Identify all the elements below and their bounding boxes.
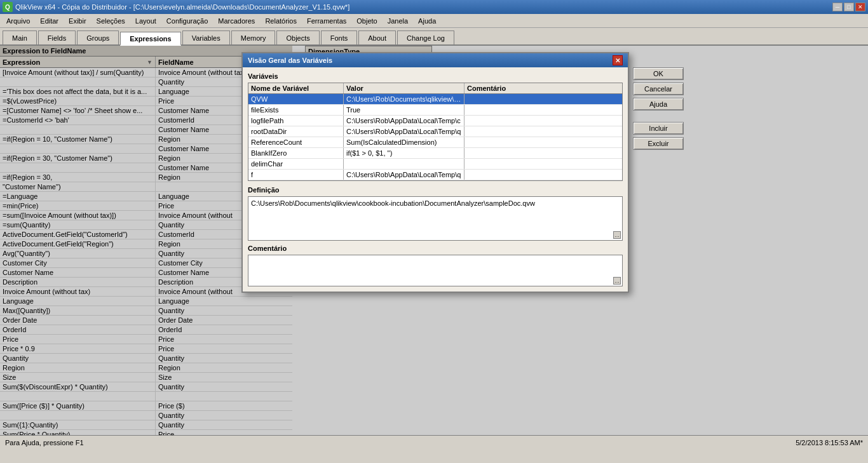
- status-left: Para Ajuda, pressione F1: [5, 439, 84, 446]
- ok-button[interactable]: OK: [633, 67, 684, 80]
- menu-layout[interactable]: Layout: [130, 16, 161, 26]
- restore-button[interactable]: □: [844, 3, 854, 11]
- menu-selecoes[interactable]: Seleções: [92, 16, 130, 26]
- tab-about[interactable]: About: [358, 30, 396, 44]
- menu-configuracao[interactable]: Configuração: [161, 16, 213, 26]
- var-row[interactable]: delimChar: [248, 159, 622, 170]
- exclude-button[interactable]: Excluir: [633, 137, 684, 150]
- var-comment-cell: [465, 170, 622, 180]
- var-name-cell: f: [248, 170, 344, 180]
- status-right: 5/2/2013 8:15:53 AM*: [796, 439, 863, 446]
- modal-action-buttons: OK Cancelar Ajuda Incluir Excluir: [633, 67, 684, 150]
- var-comment-cell: [465, 105, 622, 115]
- var-value-cell: Sum(IsCalculatedDimension): [344, 137, 465, 147]
- var-name-cell: ReferenceCount: [248, 137, 344, 147]
- var-row[interactable]: ReferenceCount Sum(IsCalculatedDimension…: [248, 137, 622, 148]
- comment-scroll-btn[interactable]: …: [613, 277, 621, 285]
- variables-table: Nome de Variável Valor Comentário QVW C:…: [248, 83, 623, 181]
- var-name-cell: fileExists: [248, 105, 344, 115]
- help-button[interactable]: Ajuda: [633, 98, 684, 111]
- modal-close-button[interactable]: ✕: [613, 55, 623, 65]
- comment-label: Comentário: [248, 245, 623, 252]
- menubar: Arquivo Editar Exibir Seleções Layout Co…: [0, 14, 868, 28]
- menu-arquivo[interactable]: Arquivo: [1, 16, 35, 26]
- var-value-cell: True: [344, 105, 465, 115]
- tab-main[interactable]: Main: [3, 30, 37, 44]
- var-row[interactable]: BlankIfZero if($1 > 0, $1, ''): [248, 148, 622, 159]
- var-value-cell: [344, 159, 465, 169]
- tab-groups[interactable]: Groups: [77, 30, 119, 44]
- cancel-button[interactable]: Cancelar: [633, 83, 684, 95]
- window-controls: ─ □ ✕: [832, 3, 865, 11]
- tabbar: Main Fields Groups Expressions Variables…: [0, 28, 868, 46]
- modal-body: OK Cancelar Ajuda Incluir Excluir Variáv…: [243, 67, 628, 292]
- var-row[interactable]: logfilePath C:\Users\Rob\AppData\Local\T…: [248, 116, 622, 126]
- tab-fields[interactable]: Fields: [38, 30, 76, 44]
- var-comment-cell: [465, 94, 622, 104]
- var-value-cell: C:\Users\Rob\AppData\Local\Temp\q: [344, 126, 465, 137]
- var-row[interactable]: f C:\Users\Rob\AppData\Local\Temp\q: [248, 170, 622, 180]
- main-content: Expression to FieldName Expression ▼ Fie…: [0, 46, 868, 449]
- var-value-cell: C:\Users\Rob\Documents\qlikview\coc: [344, 94, 465, 104]
- definition-text: C:\Users\Rob\Documents\qlikview\cookbook…: [251, 199, 620, 207]
- var-value-cell: C:\Users\Rob\AppData\Local\Temp\q: [344, 170, 465, 180]
- tab-memory[interactable]: Memory: [231, 30, 276, 44]
- definition-scroll-btn[interactable]: …: [613, 231, 621, 239]
- var-name-cell: BlankIfZero: [248, 148, 344, 158]
- modal-dialog: Visão Geral das Variáveis ✕ OK Cancelar …: [241, 52, 629, 293]
- variables-section-label: Variáveis: [248, 72, 623, 80]
- var-col-comment-header: Comentário: [465, 83, 622, 93]
- var-table-header: Nome de Variável Valor Comentário: [248, 83, 622, 94]
- var-value-cell: if($1 > 0, $1, ''): [344, 148, 465, 158]
- minimize-button[interactable]: ─: [832, 3, 843, 11]
- var-row[interactable]: QVW C:\Users\Rob\Documents\qlikview\coc: [248, 94, 622, 105]
- modal-titlebar: Visão Geral das Variáveis ✕: [243, 53, 628, 67]
- tab-fonts[interactable]: Fonts: [321, 30, 358, 44]
- modal-title: Visão Geral das Variáveis: [248, 57, 332, 64]
- definition-label: Definição: [248, 186, 623, 194]
- include-button[interactable]: Incluir: [633, 122, 684, 135]
- var-col-value-header: Valor: [344, 83, 465, 93]
- menu-objeto[interactable]: Objeto: [351, 16, 382, 26]
- var-comment-cell: [465, 159, 622, 169]
- menu-ferramentas[interactable]: Ferramentas: [302, 16, 351, 26]
- var-name-cell: logfilePath: [248, 116, 344, 126]
- menu-marcadores[interactable]: Marcadores: [213, 16, 260, 26]
- statusbar: Para Ajuda, pressione F1 5/2/2013 8:15:5…: [0, 435, 868, 449]
- tab-changelog[interactable]: Change Log: [397, 30, 454, 44]
- close-button[interactable]: ✕: [855, 3, 865, 11]
- var-comment-cell: [465, 137, 622, 147]
- titlebar: Q QlikView x64 - Cópia do Distribuidor -…: [0, 0, 868, 14]
- menu-janela[interactable]: Janela: [383, 16, 413, 26]
- comment-area[interactable]: …: [248, 255, 623, 286]
- var-row[interactable]: rootDataDir C:\Users\Rob\AppData\Local\T…: [248, 126, 622, 137]
- window-title: QlikView x64 - Cópia do Distribuidor - […: [15, 3, 349, 11]
- var-name-cell: rootDataDir: [248, 126, 344, 137]
- menu-editar[interactable]: Editar: [35, 16, 64, 26]
- menu-relatorios[interactable]: Relatórios: [260, 16, 302, 26]
- var-col-name-header: Nome de Variável: [248, 83, 344, 93]
- definition-area[interactable]: C:\Users\Rob\Documents\qlikview\cookbook…: [248, 196, 623, 241]
- modal-overlay: Visão Geral das Variáveis ✕ OK Cancelar …: [0, 46, 868, 449]
- var-table-body: QVW C:\Users\Rob\Documents\qlikview\coc …: [248, 94, 622, 180]
- tab-variables[interactable]: Variables: [182, 30, 230, 44]
- var-comment-cell: [465, 116, 622, 126]
- var-comment-cell: [465, 148, 622, 158]
- menu-exibir[interactable]: Exibir: [64, 16, 92, 26]
- var-comment-cell: [465, 126, 622, 137]
- var-name-cell: delimChar: [248, 159, 344, 169]
- var-name-cell: QVW: [248, 94, 344, 104]
- app-icon: Q: [3, 2, 13, 12]
- tab-objects[interactable]: Objects: [276, 30, 319, 44]
- menu-ajuda[interactable]: Ajuda: [413, 16, 441, 26]
- var-row[interactable]: fileExists True: [248, 105, 622, 116]
- var-value-cell: C:\Users\Rob\AppData\Local\Temp\c: [344, 116, 465, 126]
- tab-expressions[interactable]: Expressions: [120, 32, 180, 46]
